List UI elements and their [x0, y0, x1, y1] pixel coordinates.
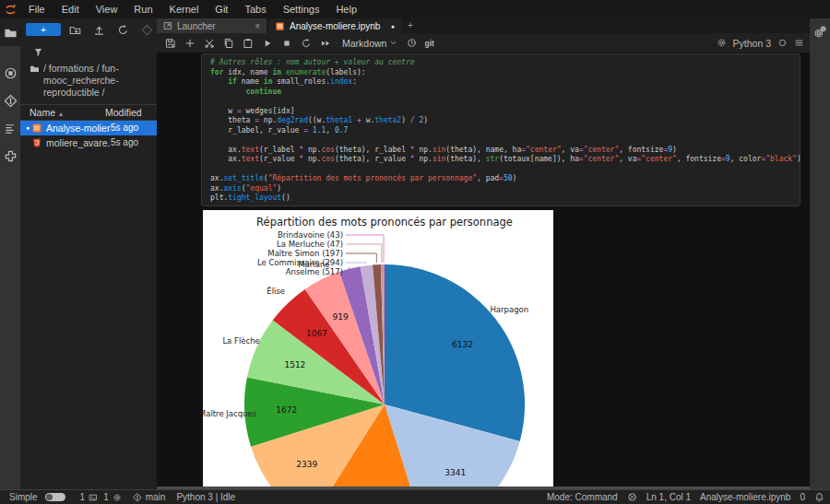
menu-file[interactable]: File — [20, 0, 53, 18]
restart-button[interactable] — [301, 38, 312, 49]
html-file-icon — [31, 137, 44, 148]
cell-output-image: Répartition des mots prononcés par perso… — [203, 210, 553, 486]
svg-text:2339: 2339 — [296, 460, 317, 469]
new-launcher-button[interactable]: + — [26, 23, 61, 36]
left-activity-bar — [0, 18, 20, 489]
svg-text:3341: 3341 — [445, 468, 466, 477]
notifications-count[interactable]: 0 — [800, 492, 805, 502]
status-bar: Simple 1 1 main Python 3 | Idle Mode: Co… — [0, 489, 830, 504]
tab-launcher[interactable]: Launcher × — [157, 18, 267, 33]
git-branch-status[interactable]: main — [133, 492, 166, 502]
kernel-status-icon[interactable] — [777, 38, 788, 48]
command-mode-indicator[interactable]: Mode: Command — [547, 492, 618, 502]
copy-button[interactable] — [223, 38, 234, 49]
code-line: for idx, name in enumerate(labels): — [210, 68, 800, 78]
svg-text:6132: 6132 — [452, 340, 473, 349]
menu-git[interactable]: Git — [207, 0, 236, 18]
chevron-down-icon — [389, 39, 397, 47]
sidebar-git-icon[interactable] — [0, 87, 20, 114]
file-browser-panel: + / formations / fun-mooc_recherche-repr… — [20, 18, 157, 489]
notebook-file-icon — [31, 123, 44, 134]
jupyter-logo-icon — [0, 4, 20, 16]
terminals-status[interactable]: 1 — [80, 492, 99, 502]
svg-text:919: 919 — [333, 312, 349, 322]
code-cell[interactable]: # Autres rôles : nom autour + valeur au … — [201, 53, 800, 206]
cursor-position[interactable]: Ln 1, Col 1 — [646, 492, 691, 502]
code-line: r_label, r_value = 1.1, 0.7 — [210, 126, 800, 136]
git-toolbar-label[interactable]: git — [424, 39, 433, 48]
simple-mode-toggle[interactable] — [45, 493, 65, 501]
sidebar-table-of-contents-icon[interactable] — [0, 114, 20, 142]
cut-button[interactable] — [204, 38, 215, 49]
trust-indicator-icon[interactable] — [627, 492, 637, 502]
simple-mode-label: Simple — [9, 492, 38, 502]
code-line: ax.text(r_value * np.cos(theta), r_value… — [210, 155, 800, 165]
file-list: ●Analyse-moliere.i..5s agomoliere_avare.… — [20, 121, 157, 150]
svg-text:1672: 1672 — [276, 405, 297, 415]
column-name[interactable]: Name▴ — [30, 107, 105, 118]
sort-caret-icon: ▴ — [59, 110, 63, 118]
kernel-name[interactable]: Python 3 — [733, 38, 771, 49]
fast-forward-button[interactable] — [320, 38, 331, 49]
menu-help[interactable]: Help — [327, 0, 365, 18]
annotation-label: Maître Simon (197) — [267, 249, 343, 258]
tab-notebook[interactable]: Analyse-moliere.ipynb ● — [268, 18, 401, 33]
annotation-label: Brindavoine (43) — [278, 230, 343, 240]
git-clone-icon[interactable] — [141, 24, 153, 36]
menu-kernel[interactable]: Kernel — [161, 0, 208, 18]
sidebar-file-browser-icon[interactable] — [0, 18, 20, 46]
menu-view[interactable]: View — [88, 0, 126, 18]
new-folder-icon[interactable] — [69, 24, 81, 36]
annotation-leader-line — [346, 235, 384, 263]
code-cell-editor[interactable]: # Autres rôles : nom autour + valeur au … — [202, 54, 800, 204]
menu-run[interactable]: Run — [125, 0, 160, 18]
breadcrumb-path: / formations / fun-mooc_recherche-reprod… — [43, 63, 149, 99]
kernels-status[interactable]: 1 — [103, 492, 122, 502]
execution-time-icon[interactable] — [407, 38, 417, 48]
kernel-status-text[interactable]: Python 3 | Idle — [176, 492, 235, 502]
more-menu-icon[interactable] — [794, 38, 804, 48]
settings-gear-icon[interactable] — [717, 38, 727, 48]
tab-label: Launcher — [177, 21, 216, 31]
menubar: FileEditViewRunKernelGitTabsSettingsHelp — [0, 0, 830, 19]
refresh-icon[interactable] — [117, 24, 129, 36]
menu-edit[interactable]: Edit — [53, 0, 88, 18]
menu-tabs[interactable]: Tabs — [236, 0, 274, 18]
upload-icon[interactable] — [93, 24, 105, 36]
menu-settings[interactable]: Settings — [275, 0, 328, 18]
unsaved-changes-dot: ● — [391, 23, 395, 29]
close-tab-icon[interactable]: × — [255, 21, 260, 31]
file-row[interactable]: ●Analyse-moliere.i..5s ago — [20, 121, 157, 135]
code-line: if name in small_roles.index: — [210, 77, 800, 88]
new-tab-button[interactable]: + — [401, 18, 420, 33]
notebook-area[interactable]: # Autres rôles : nom autour + valeur au … — [157, 53, 810, 486]
code-line: ax.set_title("Répartition des mots prono… — [210, 174, 800, 184]
column-modified[interactable]: Modified — [105, 107, 153, 118]
folder-icon — [30, 63, 40, 99]
git-branch-icon — [133, 493, 142, 502]
sidebar-running-sessions-icon[interactable] — [0, 59, 20, 87]
paste-button[interactable] — [243, 38, 254, 49]
stop-button[interactable] — [281, 38, 292, 49]
right-activity-bar — [810, 18, 830, 489]
breadcrumb[interactable]: / formations / fun-mooc_recherche-reprod… — [20, 59, 157, 100]
svg-text:Répartition des mots prononcés: Répartition des mots prononcés par perso… — [256, 216, 513, 229]
jupyterlab-window: FileEditViewRunKernelGitTabsSettingsHelp… — [0, 0, 830, 504]
filter-files-icon[interactable] — [33, 47, 43, 57]
main-dock-panel: Launcher × Analyse-moliere.ipynb ● + Mar… — [157, 18, 810, 489]
save-button[interactable] — [165, 38, 176, 49]
cell-type-dropdown[interactable]: Markdown — [342, 38, 397, 49]
terminal-icon — [89, 493, 98, 502]
tab-label: Analyse-moliere.ipynb — [290, 21, 380, 31]
bell-icon[interactable] — [814, 492, 824, 502]
sidebar-extension-manager-icon[interactable] — [0, 142, 20, 170]
tab-bar: Launcher × Analyse-moliere.ipynb ● + — [157, 18, 810, 33]
active-file-name[interactable]: Analyse-moliere.ipynb — [700, 492, 790, 502]
run-button[interactable] — [262, 38, 273, 49]
property-inspector-icon[interactable] — [813, 26, 826, 39]
code-line: theta = np.deg2rad((w.theta1 + w.theta2)… — [210, 116, 800, 126]
add-cell-button[interactable] — [184, 38, 196, 49]
svg-text:Harpagon: Harpagon — [490, 305, 528, 314]
file-row[interactable]: moliere_avare.html5s ago — [20, 135, 157, 150]
launcher-icon — [163, 21, 172, 30]
